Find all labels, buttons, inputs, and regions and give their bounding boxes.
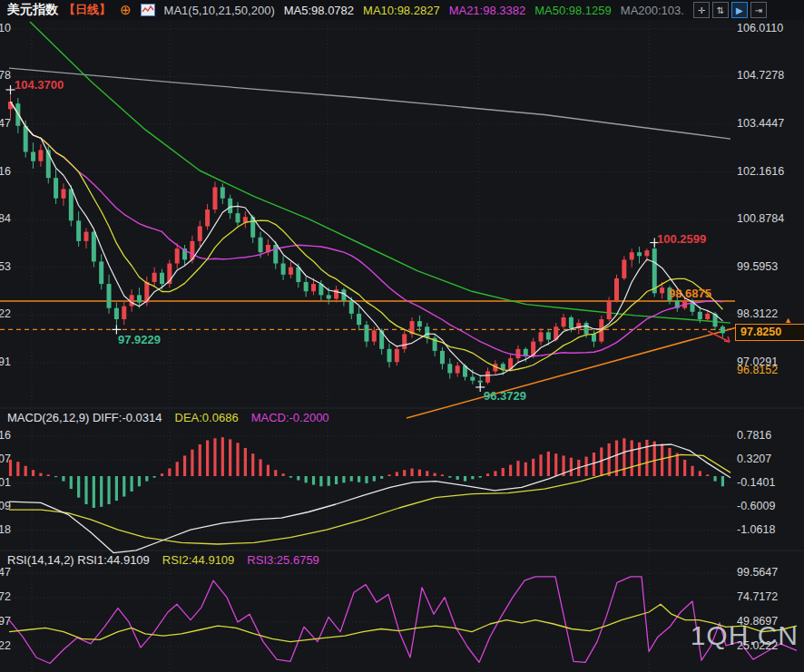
macd-axis-label: -0.6009 (737, 500, 775, 512)
price-tag-arrow-icon: ▲ (784, 316, 792, 325)
left-axis-label: 102.1616 (0, 165, 11, 178)
rsi-pane-header: RSI(14,14,2) RSI1:44.9109 RSI2:44.9109 R… (7, 553, 319, 567)
macd-axis-label: 0.7816 (737, 429, 771, 442)
left-axis-label: 104.7278 (0, 69, 11, 82)
left-axis-label: 98.3122 (0, 307, 11, 320)
current-price-tag: 97.8250 (735, 324, 804, 341)
left-axis-label: 99.5953 (0, 260, 11, 273)
price-axis-label: 106.0110 (737, 22, 783, 34)
left-axis-label: 100.8784 (0, 212, 11, 225)
macd-axis-label: -1.0618 (737, 523, 775, 536)
left-axis-label: 103.4447 (0, 117, 11, 130)
rsi-title: RSI(14,14,2) RSI1:44.9109 (7, 553, 150, 567)
price-axis-label: 100.8784 (737, 212, 784, 225)
price-axis-label: 104.7278 (737, 69, 784, 82)
left-axis-label: 49.8697 (0, 615, 11, 628)
annotation-high-100: 100.2599 (657, 232, 706, 246)
watermark: 1QH.CN (691, 620, 799, 651)
rsi3-value: RSI3:25.6759 (247, 553, 319, 567)
left-axis-label: 106.0110 (0, 22, 11, 34)
left-axis-label: -1.0618 (0, 523, 11, 536)
left-axis-label: 0.7816 (0, 429, 11, 442)
annotation-low-963: 96.3729 (484, 389, 526, 403)
annotation-low-979: 97.9229 (118, 333, 161, 346)
rsi-axis-label: 99.5647 (737, 566, 778, 579)
left-axis-label: 74.7172 (0, 590, 11, 603)
left-axis-label: 0.3207 (0, 453, 11, 465)
price-axis-label: 99.5953 (737, 260, 778, 273)
left-axis-label: 99.5647 (0, 566, 11, 579)
macd-macd-value: MACD:-0.2000 (251, 411, 329, 424)
annotation-hline-986: 98.6875 (669, 287, 711, 300)
left-axis-label: -0.6009 (0, 500, 11, 512)
macd-title: MACD(26,12,9) DIFF:-0.0314 (7, 411, 162, 424)
left-axis-clipped: 106.0110104.7278103.4447102.1616100.8784… (0, 0, 11, 672)
macd-pane-header: MACD(26,12,9) DIFF:-0.0314 DEA:0.0686 MA… (7, 411, 329, 424)
left-axis-label: 25.0222 (0, 639, 11, 652)
low-price-marker: 96.8152 (737, 364, 778, 376)
rsi-axis-label: 74.7172 (737, 590, 778, 603)
macd-dea-value: DEA:0.0686 (175, 411, 239, 424)
trading-app: 美元指数 【日线】 ⊕ MA1(5,10,21,50,200) MA5:98.0… (0, 0, 804, 672)
price-axis-label: 98.3122 (737, 307, 778, 320)
price-axis-label: 102.1616 (737, 165, 784, 178)
macd-axis-label: 0.3207 (737, 453, 771, 465)
annotation-high-104: 104.3700 (15, 78, 64, 92)
macd-axis-label: -0.1401 (737, 476, 775, 489)
left-axis-label: -0.1401 (0, 476, 11, 489)
left-axis-label: 97.0291 (0, 355, 11, 368)
price-axis-label: 103.4447 (737, 117, 784, 130)
rsi2-value: RSI2:44.9109 (162, 553, 235, 567)
